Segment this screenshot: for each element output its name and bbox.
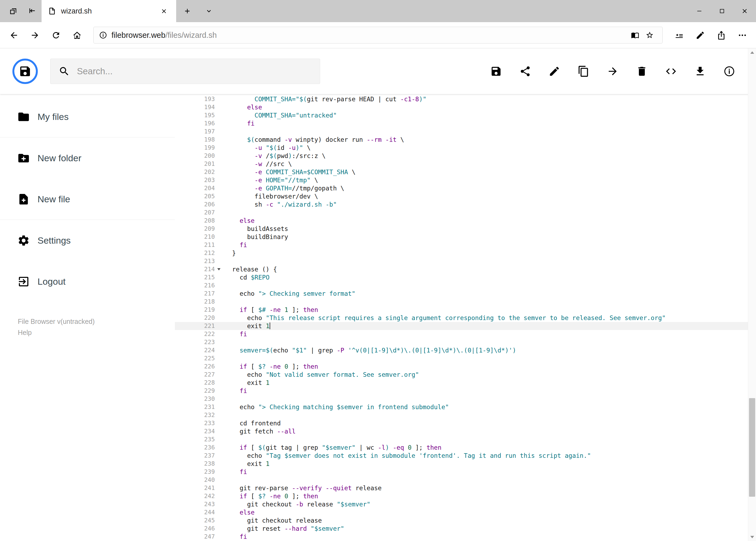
code-text[interactable]: echo "This release script requires a sin… xyxy=(224,314,756,322)
line-number-gutter[interactable]: 227 xyxy=(175,370,224,379)
line-number-gutter[interactable]: 244 xyxy=(175,508,224,516)
code-text[interactable]: fi xyxy=(224,468,756,476)
line-number-gutter[interactable]: 225 xyxy=(175,354,224,362)
code-line[interactable]: 227 echo "Not valid semver format. See s… xyxy=(175,370,756,379)
line-number-gutter[interactable]: 195 xyxy=(175,111,224,119)
code-line[interactable]: 225 xyxy=(175,354,756,362)
line-number-gutter[interactable]: 228 xyxy=(175,379,224,387)
move-button[interactable] xyxy=(603,62,622,81)
code-text[interactable]: buildBinary xyxy=(224,233,756,241)
code-text[interactable]: -w //src \ xyxy=(224,160,756,168)
line-number-gutter[interactable]: 218 xyxy=(175,297,224,306)
line-number-gutter[interactable]: 239 xyxy=(175,468,224,476)
code-line[interactable]: 212} xyxy=(175,249,756,257)
forward-button[interactable] xyxy=(24,22,45,48)
code-line[interactable]: 222 fi xyxy=(175,330,756,338)
code-text[interactable]: if [ $? -ne 0 ]; then xyxy=(224,492,756,500)
code-text[interactable]: echo "> Checking matching $semver in fro… xyxy=(224,403,756,411)
code-line[interactable]: 219 if [ $# -ne 1 ]; then xyxy=(175,306,756,314)
tab-preview-icon[interactable] xyxy=(4,0,23,22)
line-number-gutter[interactable]: 198 xyxy=(175,136,224,144)
line-number-gutter[interactable]: 213 xyxy=(175,257,224,265)
line-number-gutter[interactable]: 203 xyxy=(175,176,224,184)
code-text[interactable]: echo "> Checking semver format" xyxy=(224,289,756,297)
code-line[interactable]: 199 -u "$(id -u)" \ xyxy=(175,144,756,152)
code-text[interactable]: if [ $? -ne 0 ]; then xyxy=(224,362,756,370)
line-number-gutter[interactable]: 222 xyxy=(175,330,224,338)
line-number-gutter[interactable]: 200 xyxy=(175,152,224,160)
code-text[interactable]: else xyxy=(224,217,756,225)
line-number-gutter[interactable]: 240 xyxy=(175,476,224,484)
line-number-gutter[interactable]: 194 xyxy=(175,103,224,111)
code-line[interactable]: 228 exit 1 xyxy=(175,379,756,387)
back-button[interactable] xyxy=(3,22,24,48)
share-button[interactable] xyxy=(516,62,535,81)
line-number-gutter[interactable]: 214 xyxy=(175,265,224,273)
line-number-gutter[interactable]: 209 xyxy=(175,225,224,233)
code-text[interactable]: filebrowser/dev \ xyxy=(224,192,756,201)
code-text[interactable]: else xyxy=(224,508,756,516)
new-tab-button[interactable] xyxy=(176,0,198,22)
line-number-gutter[interactable]: 196 xyxy=(175,119,224,128)
code-text[interactable]: -u "$(id -u)" \ xyxy=(224,144,756,152)
code-line[interactable]: 240 xyxy=(175,476,756,484)
code-text[interactable]: fi xyxy=(224,533,756,541)
code-text[interactable]: -e COMMIT_SHA=$COMMIT_SHA \ xyxy=(224,168,756,176)
code-line[interactable]: 234 git fetch --all xyxy=(175,427,756,435)
line-number-gutter[interactable]: 231 xyxy=(175,403,224,411)
line-number-gutter[interactable]: 226 xyxy=(175,362,224,370)
line-number-gutter[interactable]: 197 xyxy=(175,128,224,136)
set-tabs-aside-icon[interactable] xyxy=(23,0,42,22)
code-text[interactable]: if [ $# -ne 1 ]; then xyxy=(224,306,756,314)
code-line[interactable]: 216 xyxy=(175,281,756,289)
code-text[interactable]: cd $REPO xyxy=(224,273,756,281)
code-line[interactable]: 203 -e HOME="//tmp" \ xyxy=(175,176,756,184)
line-number-gutter[interactable]: 216 xyxy=(175,281,224,289)
code-line[interactable]: 238 exit 1 xyxy=(175,460,756,468)
line-number-gutter[interactable]: 211 xyxy=(175,241,224,249)
line-number-gutter[interactable]: 201 xyxy=(175,160,224,168)
page-scrollbar[interactable] xyxy=(748,48,756,541)
more-options-icon[interactable] xyxy=(732,22,753,48)
line-number-gutter[interactable]: 245 xyxy=(175,516,224,525)
code-line[interactable]: 218 xyxy=(175,297,756,306)
code-text[interactable]: } xyxy=(224,249,756,257)
line-number-gutter[interactable]: 215 xyxy=(175,273,224,281)
line-number-gutter[interactable]: 221 xyxy=(175,322,224,330)
line-number-gutter[interactable]: 208 xyxy=(175,217,224,225)
code-line[interactable]: 223 xyxy=(175,338,756,346)
code-text[interactable]: fi xyxy=(224,387,756,395)
code-line[interactable]: 209 buildAssets xyxy=(175,225,756,233)
code-text[interactable] xyxy=(224,257,756,265)
code-line[interactable]: 214release () { xyxy=(175,265,756,273)
code-text[interactable]: release () { xyxy=(224,265,756,273)
code-view-button[interactable] xyxy=(661,62,680,81)
line-number-gutter[interactable]: 212 xyxy=(175,249,224,257)
code-text[interactable]: buildAssets xyxy=(224,225,756,233)
code-text[interactable] xyxy=(224,297,756,306)
copy-button[interactable] xyxy=(574,62,593,81)
code-line[interactable]: 244 else xyxy=(175,508,756,516)
filebrowser-logo[interactable] xyxy=(12,59,38,84)
code-text[interactable]: sh -c "./wizard.sh -b" xyxy=(224,201,756,209)
site-info-icon[interactable] xyxy=(99,31,107,39)
code-line[interactable]: 213 xyxy=(175,257,756,265)
line-number-gutter[interactable]: 229 xyxy=(175,387,224,395)
code-line[interactable]: 206 sh -c "./wizard.sh -b" xyxy=(175,201,756,209)
line-number-gutter[interactable]: 234 xyxy=(175,427,224,435)
line-number-gutter[interactable]: 199 xyxy=(175,144,224,152)
refresh-button[interactable] xyxy=(45,22,66,48)
code-line[interactable]: 208 else xyxy=(175,217,756,225)
code-line[interactable]: 200 -v /$(pwd):/src:z \ xyxy=(175,152,756,160)
code-text[interactable]: COMMIT_SHA="$(git rev-parse HEAD | cut -… xyxy=(224,95,756,103)
share-page-icon[interactable] xyxy=(711,22,732,48)
download-button[interactable] xyxy=(691,62,710,81)
line-number-gutter[interactable]: 223 xyxy=(175,338,224,346)
code-line[interactable]: 242 if [ $? -ne 0 ]; then xyxy=(175,492,756,500)
code-line[interactable]: 205 filebrowser/dev \ xyxy=(175,192,756,201)
sidebar-item-new-folder[interactable]: New folder xyxy=(0,138,175,179)
code-line[interactable]: 221 exit 1 xyxy=(175,322,756,330)
scroll-down-icon[interactable] xyxy=(748,533,756,541)
code-line[interactable]: 198 $(command -v winpty) docker run --rm… xyxy=(175,136,756,144)
code-text[interactable]: fi xyxy=(224,330,756,338)
